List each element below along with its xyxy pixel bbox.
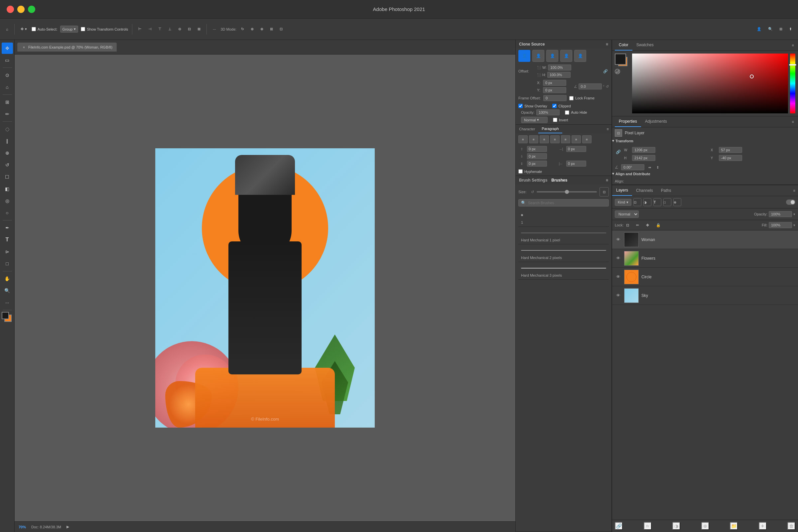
crop-tool-button[interactable]: ⊞	[2, 96, 13, 108]
lock-frame-label[interactable]: Lock Frame	[569, 96, 594, 100]
justify-left-btn[interactable]: ≡	[550, 135, 559, 143]
artboard-tool-button[interactable]: ▭	[2, 55, 13, 66]
channels-tab[interactable]: Channels	[632, 186, 657, 195]
clone-source-4[interactable]: 👤	[560, 50, 572, 62]
layer-new-btn[interactable]: +	[759, 522, 767, 530]
workspace-button[interactable]: ⊞	[777, 25, 784, 33]
auto-select-checkbox[interactable]	[32, 27, 36, 31]
more-options-button[interactable]: ···	[211, 26, 218, 33]
clone-source-1[interactable]: 👤	[518, 50, 530, 62]
size-reset-icon[interactable]: ↺	[531, 190, 534, 194]
reset-angle-icon[interactable]: ↺	[606, 84, 609, 89]
shape-button[interactable]: □	[2, 258, 13, 269]
brush-tool-button[interactable]: ∥	[2, 135, 13, 147]
pen-tool-button[interactable]: ✒	[2, 222, 13, 233]
frame-offset-input[interactable]	[543, 95, 567, 101]
layer-link-btn[interactable]: 🔗	[615, 522, 623, 530]
close-button[interactable]	[7, 6, 14, 13]
show-overlay-checkbox[interactable]	[518, 104, 523, 108]
line-space-input[interactable]	[527, 160, 547, 167]
filter-adjust-btn[interactable]: ◑	[643, 198, 651, 206]
swap-colors-icon[interactable]: ⇄	[615, 69, 620, 74]
flip-h-btn[interactable]: ⇔	[647, 165, 652, 170]
account-button[interactable]: 👤	[755, 25, 763, 33]
minimize-button[interactable]	[17, 6, 25, 13]
text-tool-button[interactable]: T	[2, 234, 13, 245]
transform-x-input[interactable]	[719, 147, 742, 153]
spot-heal-button[interactable]: ◌	[2, 124, 13, 135]
opacity-input-layers[interactable]	[769, 211, 792, 217]
layers-blend-mode-select[interactable]: Normal Multiply Screen Overlay	[615, 210, 639, 218]
canvas-image[interactable]: © FileInfo.com	[155, 148, 375, 428]
hand-tool-button[interactable]: ✋	[2, 273, 13, 284]
clone-source-3[interactable]: 👤	[546, 50, 558, 62]
gradient-button[interactable]: ◧	[2, 183, 13, 194]
foreground-swatch[interactable]	[2, 312, 9, 319]
transform-y-input[interactable]	[719, 155, 742, 161]
hyphenate-checkbox[interactable]	[518, 169, 523, 174]
lock-all-btn[interactable]: 🔒	[656, 222, 663, 229]
layer-delete-btn[interactable]: 🗑	[787, 522, 795, 530]
clipped-label[interactable]: Clipped	[552, 104, 571, 108]
filter-toggle[interactable]	[786, 200, 795, 205]
clone-w-input[interactable]	[548, 64, 571, 71]
auto-hide-label[interactable]: Auto Hide	[565, 110, 587, 115]
properties-menu-btn[interactable]: ≡	[791, 118, 795, 125]
clone-source-2[interactable]: 👤	[532, 50, 544, 62]
layer-mask-btn[interactable]: ◑	[672, 522, 680, 530]
layer-item-circle[interactable]: 👁 Circle	[612, 268, 798, 286]
invert-checkbox[interactable]	[553, 118, 557, 122]
layer-eye-sky[interactable]: 👁	[615, 292, 622, 299]
clone-y-input[interactable]	[543, 87, 566, 93]
layer-item-flowers[interactable]: 👁 Flowers	[612, 249, 798, 268]
align-center-h-button[interactable]: ⊣	[146, 25, 154, 33]
filter-pixel-btn[interactable]: ⊡	[633, 198, 641, 206]
color-swatches[interactable]	[2, 312, 13, 323]
opacity-input[interactable]	[536, 109, 559, 115]
home-button[interactable]: ⌂	[4, 26, 10, 33]
brushes-tab[interactable]: Brushes	[551, 178, 567, 183]
space-after-input[interactable]	[527, 153, 547, 159]
more-tools-button[interactable]: ···	[2, 297, 13, 308]
layer-item-sky[interactable]: 👁 Sky	[612, 286, 798, 305]
brush-item-hard-1[interactable]: Hard Mechanical 1 pixel	[518, 227, 609, 244]
move-tool-button[interactable]: ✥	[2, 42, 13, 54]
filter-kind-dropdown[interactable]: Kind ▾	[615, 199, 631, 206]
invert-label[interactable]: Invert	[553, 118, 568, 122]
transform-controls-check[interactable]: Show Transform Controls	[81, 27, 128, 31]
justify-all-btn[interactable]: ≡	[582, 135, 591, 143]
auto-select-dropdown[interactable]: Group ▾	[60, 25, 78, 33]
paragraph-tab[interactable]: Paragraph	[538, 125, 562, 133]
layer-fx-btn[interactable]: fx	[644, 522, 652, 530]
lasso-tool-button[interactable]: ⊙	[2, 70, 13, 81]
color-panel-menu[interactable]: ≡	[791, 42, 795, 49]
clone-x-input[interactable]	[543, 80, 566, 86]
clone-angle-input[interactable]	[578, 83, 602, 90]
indent-left-input[interactable]	[566, 146, 586, 152]
color-tab[interactable]: Color	[615, 40, 632, 51]
blend-mode-dropdown[interactable]: Normal ▾	[521, 117, 548, 123]
clipped-checkbox[interactable]	[552, 104, 557, 108]
brush-settings-tab[interactable]: Brush Settings	[519, 178, 547, 183]
justify-right-btn[interactable]: ≡	[572, 135, 581, 143]
layer-eye-circle[interactable]: 👁	[615, 274, 622, 280]
align-extra-button[interactable]: ⊠	[195, 25, 203, 33]
clone-stamp-button[interactable]: ⊕	[2, 147, 13, 158]
eraser-button[interactable]: ☐	[2, 171, 13, 183]
brush-item-hard-3[interactable]: Hard Mechanical 3 pixels	[518, 262, 609, 280]
brush-search-input[interactable]	[518, 199, 609, 207]
path-selection-button[interactable]: ⊳	[2, 246, 13, 258]
align-right-button[interactable]: ⊤	[156, 25, 164, 33]
align-top-button[interactable]: ⊥	[166, 25, 174, 33]
align-bottom-button[interactable]: ⊟	[186, 25, 193, 33]
character-tab[interactable]: Character	[516, 125, 538, 133]
3d-camera-button[interactable]: ⊡	[278, 25, 285, 33]
blur-button[interactable]: ◎	[2, 195, 13, 207]
brush-item-1[interactable]: 1	[518, 209, 609, 227]
transform-header[interactable]: ▾ Transform	[612, 139, 798, 143]
hue-bar[interactable]	[790, 54, 795, 113]
justify-center-btn[interactable]: ≡	[561, 135, 570, 143]
transform-angle-input[interactable]	[621, 164, 644, 170]
layer-item-woman[interactable]: 👁 Woman	[612, 230, 798, 249]
clone-h-input[interactable]	[547, 72, 571, 78]
